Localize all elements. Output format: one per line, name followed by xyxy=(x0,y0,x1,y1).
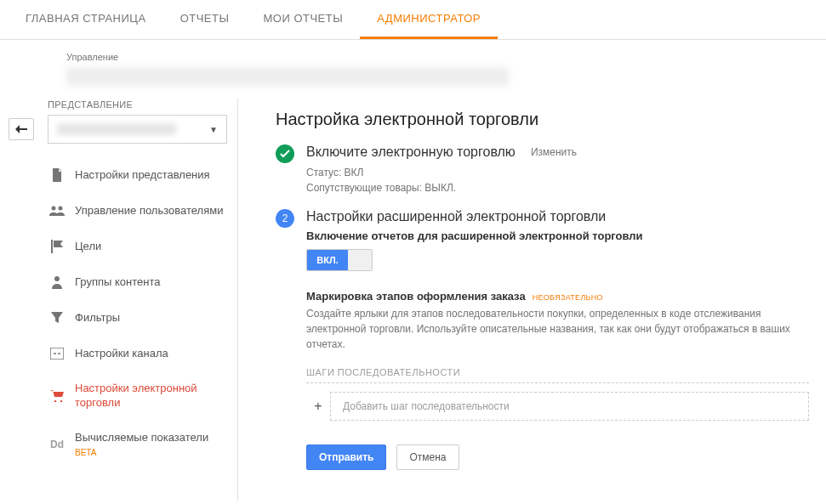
users-icon xyxy=(49,203,65,218)
sidebar-item-label: Настройки электронной торговли xyxy=(75,382,227,411)
top-nav: ГЛАВНАЯ СТРАНИЦА ОТЧЕТЫ МОИ ОТЧЕТЫ АДМИН… xyxy=(0,0,826,40)
svg-rect-3 xyxy=(50,348,64,360)
step-2: 2 Настройки расширенной электронной торг… xyxy=(276,209,809,470)
sidebar-item-calculated-metrics[interactable]: Dd Вычисляемые показатели BETA xyxy=(37,421,237,468)
enhanced-reports-heading: Включение отчетов для расширенной электр… xyxy=(306,229,809,242)
dd-icon: Dd xyxy=(49,437,65,452)
sidebar-item-label: Настройки представления xyxy=(75,168,210,183)
svg-point-2 xyxy=(54,276,60,281)
nav-admin[interactable]: АДМИНИСТРАТОР xyxy=(360,0,498,39)
sidebar: ПРЕДСТАВЛЕНИЕ ▼ Настройки представления … xyxy=(37,98,238,501)
sidebar-item-user-management[interactable]: Управление пользователями xyxy=(37,193,237,229)
sidebar-item-channel-settings[interactable]: Настройки канала xyxy=(37,336,237,371)
status-line-1: Статус: ВКЛ xyxy=(306,165,809,180)
step-1-title: Включите электронную торговлю xyxy=(306,144,516,160)
sidebar-item-goals[interactable]: Цели xyxy=(37,229,237,264)
sidebar-item-label: Вычисляемые показатели BETA xyxy=(75,431,208,458)
document-icon xyxy=(49,167,65,183)
sidebar-item-ecommerce-settings[interactable]: Настройки электронной торговли xyxy=(37,371,237,421)
sidebar-item-label: Настройки канала xyxy=(75,347,168,361)
sidebar-item-filters[interactable]: Фильтры xyxy=(37,300,237,336)
svg-point-0 xyxy=(52,207,56,211)
funnel-icon xyxy=(49,310,65,326)
funnel-steps-label: ШАГИ ПОСЛЕДОВАТЕЛЬНОСТИ xyxy=(306,367,809,383)
cart-icon xyxy=(49,388,65,404)
sidebar-item-content-groups[interactable]: Группы контента xyxy=(37,264,237,300)
edit-link[interactable]: Изменить xyxy=(531,146,577,158)
nav-reports[interactable]: ОТЧЕТЫ xyxy=(163,0,247,39)
breadcrumb-blurred xyxy=(66,67,509,86)
step-1: Включите электронную торговлю Изменить С… xyxy=(276,144,809,195)
toggle-off-side xyxy=(348,250,372,270)
view-select[interactable]: ▼ xyxy=(48,115,227,144)
caret-down-icon: ▼ xyxy=(209,125,218,134)
breadcrumb-section: Управление xyxy=(0,40,826,89)
view-select-value-blurred xyxy=(57,123,176,135)
nav-my-reports[interactable]: МОИ ОТЧЕТЫ xyxy=(246,0,360,39)
add-funnel-step[interactable]: + Добавить шаг последовательности xyxy=(306,392,809,421)
sidebar-section-label: ПРЕДСТАВЛЕНИЕ xyxy=(37,99,237,115)
arrow-left-icon xyxy=(15,125,27,133)
main-content: Настройка электронной торговли Включите … xyxy=(238,98,826,501)
check-icon xyxy=(280,150,290,158)
page-title: Настройка электронной торговли xyxy=(276,110,809,129)
add-step-placeholder: Добавить шаг последовательности xyxy=(330,392,809,421)
sidebar-item-label: Цели xyxy=(75,240,101,254)
toggle-on-label: ВКЛ. xyxy=(307,250,348,270)
status-line-2: Сопутствующие товары: ВЫКЛ. xyxy=(306,180,809,195)
submit-button[interactable]: Отправить xyxy=(306,445,386,470)
step-badge-2: 2 xyxy=(276,209,294,228)
back-button[interactable] xyxy=(9,118,34,140)
svg-point-1 xyxy=(59,207,63,211)
flag-icon xyxy=(49,239,65,254)
beta-badge: BETA xyxy=(75,447,208,458)
breadcrumb-label: Управление xyxy=(66,52,826,62)
optional-badge: НЕОБЯЗАТЕЛЬНО xyxy=(533,293,603,302)
step-2-title: Настройки расширенной электронной торгов… xyxy=(306,209,794,224)
labeling-title: Маркировка этапов оформления заказа xyxy=(306,290,526,303)
enhanced-ecommerce-toggle[interactable]: ВКЛ. xyxy=(306,249,373,271)
cancel-button[interactable]: Отмена xyxy=(396,445,459,470)
step-badge-done xyxy=(276,144,294,163)
person-star-icon xyxy=(49,275,65,290)
sidebar-item-label: Группы контента xyxy=(75,275,160,290)
sidebar-item-label: Фильтры xyxy=(75,311,120,326)
plus-icon: + xyxy=(306,392,330,421)
channel-icon xyxy=(49,346,65,361)
sidebar-item-label: Управление пользователями xyxy=(75,204,223,218)
labeling-description: Создайте ярлыки для этапов последователь… xyxy=(306,306,809,352)
sidebar-item-view-settings[interactable]: Настройки представления xyxy=(37,157,237,193)
nav-home[interactable]: ГЛАВНАЯ СТРАНИЦА xyxy=(9,0,163,39)
